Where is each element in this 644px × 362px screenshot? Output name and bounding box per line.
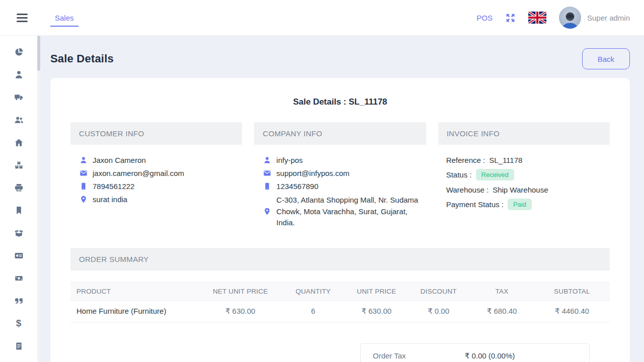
open-box-icon [14, 228, 24, 238]
user-icon [14, 70, 24, 79]
pie-chart-icon [14, 47, 24, 57]
company-address: C-303, Atlanta Shopping Mall, Nr. Sudama… [276, 195, 426, 229]
cell-net-unit-price: ₹ 630.00 [200, 300, 281, 322]
customer-address-row: surat india [79, 195, 242, 204]
customer-email-row: jaxon.cameron@gmail.com [79, 168, 242, 177]
cell-tax: ₹ 680.40 [469, 300, 534, 322]
payment-status-label: Payment Status : [446, 200, 504, 209]
payment-status-badge: Paid [508, 199, 532, 210]
envelope-icon [263, 169, 271, 177]
warehouse-value: Ship Warehouse [493, 186, 548, 194]
sidebar-item-units[interactable] [14, 228, 24, 237]
pos-link[interactable]: POS [476, 14, 493, 22]
col-subtotal: SUBTOTAL [534, 282, 610, 300]
boxes-icon [14, 160, 24, 170]
totals-area: Order Tax ₹ 0.00 (0.00%) [70, 343, 610, 362]
money-check-icon [14, 251, 24, 260]
sidebar-item-dashboard[interactable] [14, 47, 24, 56]
cell-unit-price: ₹ 630.00 [346, 300, 408, 322]
company-address-row: C-303, Atlanta Shopping Mall, Nr. Sudama… [263, 195, 426, 229]
payment-status-row: Payment Status : Paid [446, 199, 610, 210]
mobile-icon [79, 182, 88, 191]
user-menu[interactable]: Super admin [559, 7, 630, 29]
envelope-icon [79, 169, 88, 177]
sidebar-item-users[interactable] [14, 70, 24, 79]
customer-address: surat india [93, 195, 127, 204]
status-row: Status : Received [446, 169, 610, 180]
info-grid: CUSTOMER INFO Jaxon Cameron jaxon.camero… [70, 122, 610, 229]
cell-discount: ₹ 0.00 [408, 300, 469, 322]
col-unit-price: UNIT PRICE [346, 282, 408, 300]
money-bill-icon [14, 274, 24, 283]
company-name-row: infy-pos [263, 155, 426, 164]
menu-toggle-icon[interactable] [17, 14, 28, 22]
warehouse-row: Warehouse : Ship Warehouse [446, 185, 610, 194]
sidebar-item-suppliers[interactable] [14, 93, 24, 102]
sidebar-item-print-barcode[interactable] [14, 183, 24, 192]
mobile-icon [263, 182, 271, 191]
sidebar-item-sales[interactable]: $ [14, 319, 24, 328]
reference-row: Reference : SL_11178 [446, 155, 610, 164]
invoice-info-section: INVOICE INFO Reference : SL_11178 Status… [438, 122, 610, 229]
home-icon [14, 138, 24, 147]
reference-value: SL_11178 [489, 156, 522, 164]
customer-info-section: CUSTOMER INFO Jaxon Cameron jaxon.camero… [70, 122, 242, 229]
status-badge: Received [476, 169, 514, 180]
navbar-right: POS [476, 7, 630, 29]
back-button[interactable]: Back [582, 48, 630, 69]
customer-email: jaxon.cameron@gmail.com [93, 169, 184, 177]
table-row: Home Furniture (Furniture) ₹ 630.00 6 ₹ … [70, 300, 610, 322]
col-product: PRODUCT [70, 282, 200, 300]
company-info-section: COMPANY INFO infy-pos support@infypos.co… [254, 122, 426, 229]
company-phone-row: 1234567890 [263, 182, 426, 191]
customer-phone-row: 7894561222 [79, 182, 242, 191]
order-summary-table: PRODUCT NET UNIT PRICE QUANTITY UNIT PRI… [70, 282, 610, 322]
sidebar-item-warehouses[interactable] [14, 138, 24, 147]
totals-box: Order Tax ₹ 0.00 (0.00%) [360, 343, 590, 362]
location-pin-icon [263, 207, 271, 216]
receipt-icon [14, 341, 24, 351]
company-email: support@infypos.com [276, 169, 349, 177]
warehouse-label: Warehouse : [446, 186, 489, 194]
printer-icon [14, 183, 24, 193]
card-title: Sale Details : SL_11178 [70, 97, 610, 107]
user-icon [263, 156, 271, 164]
sidebar-nav: $ [0, 36, 37, 362]
order-tax-value: ₹ 0.00 (0.00%) [465, 351, 515, 360]
page-title: Sale Details [50, 52, 114, 65]
order-tax-label: Order Tax [373, 351, 465, 360]
tab-sales[interactable]: Sales [50, 14, 78, 27]
cell-product: Home Furniture (Furniture) [70, 300, 200, 322]
company-phone: 1234567890 [276, 182, 318, 191]
fullscreen-icon[interactable] [505, 13, 516, 23]
reference-label: Reference : [446, 156, 486, 164]
sidebar-item-expenses[interactable] [14, 274, 24, 283]
avatar [559, 7, 581, 29]
cell-quantity: 6 [281, 300, 346, 322]
col-quantity: QUANTITY [281, 282, 346, 300]
customer-name: Jaxon Cameron [93, 156, 146, 164]
sidebar-item-currencies[interactable] [14, 251, 24, 260]
uk-flag-icon[interactable] [528, 12, 546, 24]
quote-icon [15, 297, 23, 305]
company-info-heading: COMPANY INFO [254, 122, 426, 145]
col-net-unit-price: NET UNIT PRICE [200, 282, 281, 300]
users-icon [14, 115, 24, 125]
col-discount: DISCOUNT [408, 282, 469, 300]
page-header: Sale Details Back [50, 48, 630, 69]
sidebar-item-sale-returns[interactable] [14, 341, 24, 350]
company-name: infy-pos [276, 156, 303, 164]
sidebar-item-products[interactable] [14, 160, 24, 169]
col-tax: TAX [469, 282, 534, 300]
sidebar-item-quotations[interactable] [14, 296, 24, 305]
order-tax-row: Order Tax ₹ 0.00 (0.00%) [361, 344, 589, 362]
sale-details-card: Sale Details : SL_11178 CUSTOMER INFO Ja… [50, 78, 630, 362]
location-pin-icon [79, 195, 88, 204]
status-label: Status : [446, 170, 472, 179]
invoice-info-heading: INVOICE INFO [438, 122, 610, 145]
dollar-icon: $ [16, 319, 22, 328]
sidebar-item-brands[interactable] [14, 206, 24, 215]
main-content: Sale Details Back Sale Details : SL_1117… [40, 36, 644, 362]
truck-icon [14, 93, 24, 102]
sidebar-item-customers[interactable] [14, 115, 24, 124]
